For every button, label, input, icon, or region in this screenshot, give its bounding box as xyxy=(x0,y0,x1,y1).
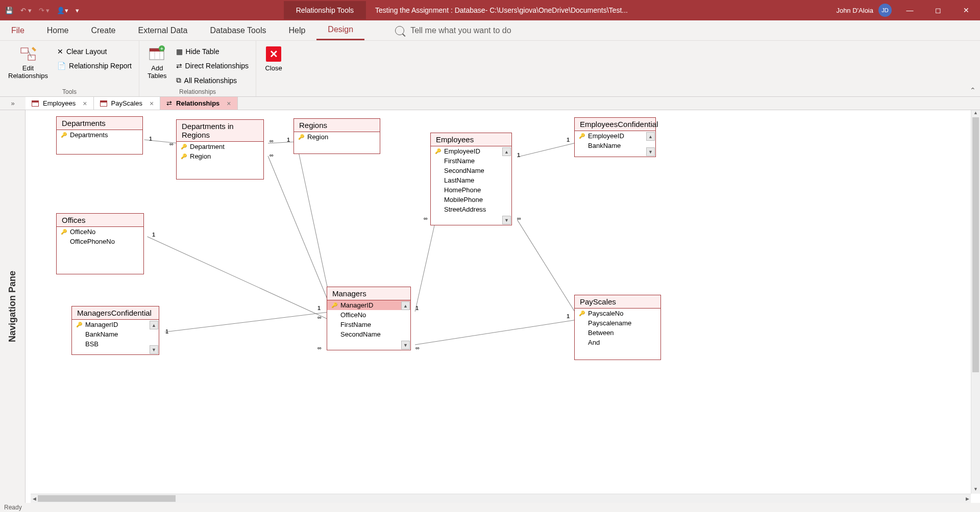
tab-file[interactable]: File xyxy=(0,20,36,40)
table-employees[interactable]: Employees 🔑EmployeeID FirstName SecondNa… xyxy=(430,133,512,225)
close-button[interactable]: ✕ Close xyxy=(261,43,286,74)
table-departments-in-regions[interactable]: Departments in Regions 🔑Department 🔑Regi… xyxy=(176,119,264,180)
scroll-down-icon[interactable]: ▼ xyxy=(401,341,410,349)
cardinality-label: 1 xyxy=(165,328,168,335)
workspace: Navigation Pane 1 ∞ ∞ 1 ∞ 1 xyxy=(0,110,980,503)
svg-line-18 xyxy=(517,220,580,320)
doctab-relationships[interactable]: ⇄ Relationships × xyxy=(160,97,237,110)
edit-relationships-button[interactable]: Edit Relationships xyxy=(5,43,51,82)
tab-database-tools[interactable]: Database Tools xyxy=(199,20,277,40)
table-offices[interactable]: Offices 🔑OfficeNo OfficePhoneNo xyxy=(56,213,144,274)
scrollbar-thumb[interactable] xyxy=(972,117,979,372)
doctab-payscales[interactable]: PayScales × xyxy=(94,97,161,110)
hide-table-button[interactable]: ▦Hide Table xyxy=(174,46,251,57)
scroll-down-icon[interactable]: ▼ xyxy=(150,345,158,354)
scroll-up-icon[interactable]: ▲ xyxy=(150,321,158,329)
tab-home[interactable]: Home xyxy=(36,20,80,40)
cardinality-label: ∞ xyxy=(270,152,274,158)
relationship-report-button[interactable]: 📄Relationship Report xyxy=(55,60,134,71)
navigation-pane-collapsed[interactable]: Navigation Pane xyxy=(0,110,26,503)
svg-line-14 xyxy=(165,312,333,332)
contextual-tab-label: Relationship Tools xyxy=(284,1,366,19)
table-payscales[interactable]: PayScales 🔑PayscaleNo Payscalename Betwe… xyxy=(574,295,661,360)
scroll-up-icon[interactable]: ▲ xyxy=(502,147,511,156)
svg-line-13 xyxy=(148,237,333,321)
scroll-up-icon[interactable]: ▲ xyxy=(971,110,980,117)
close-tab-icon[interactable]: × xyxy=(83,99,87,108)
scroll-down-icon[interactable]: ▼ xyxy=(646,147,655,156)
key-icon: 🔑 xyxy=(61,229,67,235)
status-bar: Ready xyxy=(0,503,980,512)
ribbon: Edit Relationships ✕Clear Layout 📄Relati… xyxy=(0,41,980,97)
doctab-employees[interactable]: Employees × xyxy=(26,97,94,110)
table-departments[interactable]: Departments 🔑Departments xyxy=(56,116,143,155)
key-icon: 🔑 xyxy=(298,134,304,140)
scroll-up-icon[interactable]: ▲ xyxy=(646,132,655,141)
svg-line-17 xyxy=(517,142,580,157)
relationships-icon: ⇄ xyxy=(166,99,172,107)
tab-external-data[interactable]: External Data xyxy=(127,20,199,40)
cardinality-label: 1 xyxy=(415,305,419,311)
vertical-scrollbar[interactable]: ▲ ▼ xyxy=(971,110,980,494)
cardinality-label: ∞ xyxy=(270,138,274,144)
svg-rect-0 xyxy=(21,48,28,53)
status-text: Ready xyxy=(4,504,22,511)
expand-navpane-button[interactable]: » xyxy=(0,97,26,110)
tab-help[interactable]: Help xyxy=(277,20,316,40)
close-window-button[interactable]: ✕ xyxy=(952,0,980,20)
qat-more-icon[interactable]: ▾ xyxy=(76,7,79,14)
user-avatar[interactable]: JD xyxy=(878,4,892,17)
redo-icon[interactable]: ↷ ▾ xyxy=(39,7,50,14)
table-employees-confidential[interactable]: EmployeesConfidential 🔑EmployeeID BankNa… xyxy=(574,117,656,157)
group-label-relationships: Relationships xyxy=(144,87,251,96)
cardinality-label: 1 xyxy=(517,152,520,158)
cardinality-label: 1 xyxy=(317,305,321,311)
tab-design[interactable]: Design xyxy=(316,20,364,40)
user-qat-icon[interactable]: 👤▾ xyxy=(57,7,68,14)
cardinality-label: 1 xyxy=(567,137,570,143)
maximize-button[interactable]: ◻ xyxy=(924,0,952,20)
scroll-up-icon[interactable]: ▲ xyxy=(401,301,410,310)
cardinality-label: ∞ xyxy=(415,345,420,351)
add-tables-button[interactable]: + Add Tables xyxy=(144,43,170,82)
svg-line-16 xyxy=(415,319,580,345)
scroll-down-icon[interactable]: ▼ xyxy=(971,487,980,494)
all-rel-icon: ⧉ xyxy=(176,76,181,85)
tab-create[interactable]: Create xyxy=(80,20,127,40)
direct-relationships-button[interactable]: ⇄Direct Relationships xyxy=(174,60,251,71)
user-name[interactable]: John D'Aloia xyxy=(836,7,873,14)
scrollbar-thumb[interactable] xyxy=(38,495,176,502)
key-icon: 🔑 xyxy=(579,311,585,316)
group-label-tools: Tools xyxy=(5,87,134,96)
scroll-left-icon[interactable]: ◀ xyxy=(31,494,38,503)
minimize-button[interactable]: ― xyxy=(896,0,924,20)
clear-layout-button[interactable]: ✕Clear Layout xyxy=(55,46,134,57)
all-relationships-button[interactable]: ⧉All Relationships xyxy=(174,74,251,86)
close-tab-icon[interactable]: × xyxy=(227,99,231,108)
close-tab-icon[interactable]: × xyxy=(150,99,154,108)
document-tabs: » Employees × PayScales × ⇄ Relationship… xyxy=(0,97,980,110)
document-title: Testing the Assignment : Database- C:\Us… xyxy=(366,6,637,14)
table-regions[interactable]: Regions 🔑Region xyxy=(293,118,380,154)
cardinality-label: 1 xyxy=(567,313,570,319)
scroll-down-icon[interactable]: ▼ xyxy=(502,216,511,224)
x-icon: ✕ xyxy=(57,47,63,56)
collapse-ribbon-button[interactable]: ⌃ xyxy=(970,86,976,94)
svg-line-15 xyxy=(415,220,435,312)
horizontal-scrollbar[interactable]: ◀ ▶ xyxy=(31,494,971,503)
cardinality-label: 1 xyxy=(149,136,152,142)
direct-rel-icon: ⇄ xyxy=(176,62,182,70)
save-icon[interactable]: 💾 xyxy=(5,7,13,14)
key-icon: 🔑 xyxy=(435,148,441,154)
cardinality-label: ∞ xyxy=(424,215,428,221)
relationships-canvas[interactable]: 1 ∞ ∞ 1 ∞ 1 1 1 ∞ ∞ 1 ∞ ∞ 1 1 ∞ 1 Depart… xyxy=(26,110,980,503)
table-managers[interactable]: Managers 🔑ManagerID OfficeNo FirstName S… xyxy=(327,287,411,350)
cardinality-label: 1 xyxy=(152,232,155,238)
undo-icon[interactable]: ↶ ▾ xyxy=(20,7,32,14)
tell-me-search[interactable]: Tell me what you want to do xyxy=(395,20,511,40)
search-icon xyxy=(395,26,404,35)
key-icon: 🔑 xyxy=(61,132,67,138)
scroll-right-icon[interactable]: ▶ xyxy=(964,494,971,503)
table-icon: ▦ xyxy=(176,47,183,56)
table-managers-confidential[interactable]: ManagersConfidential 🔑ManagerID BankName… xyxy=(71,306,159,355)
